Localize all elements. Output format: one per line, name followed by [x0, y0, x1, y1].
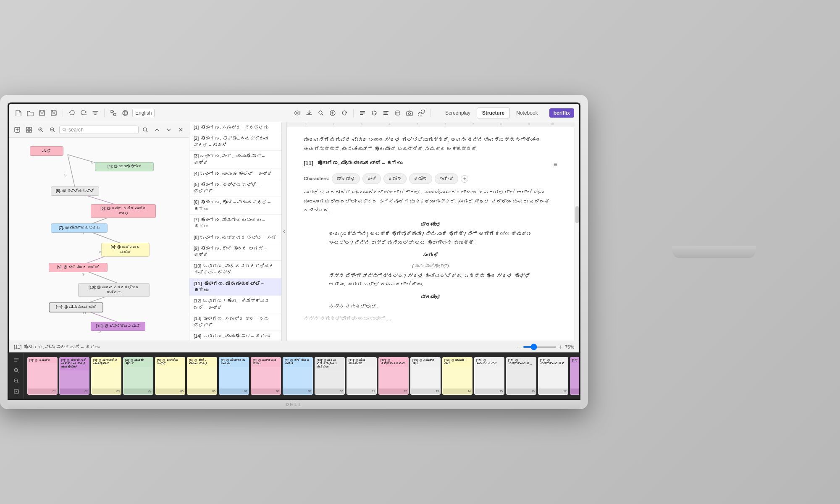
- search-input[interactable]: [68, 127, 136, 133]
- zoom-out-panel-icon[interactable]: [47, 125, 58, 135]
- scene-list-item[interactable]: [8] ಒಳಾಂಗಣ. ಯಜ್ಞವದ ಬೆಟ್ಟ – ಸಂಜೆ: [189, 232, 281, 243]
- scene-menu-icon[interactable]: ≡: [554, 159, 557, 170]
- mindmap-node-top[interactable]: ಮಳೆ: [30, 146, 63, 156]
- zoom-out-btn[interactable]: −: [517, 344, 520, 350]
- film-card[interactable]: [18]: @ ಮ..18: [570, 357, 579, 395]
- search-icon[interactable]: [316, 108, 326, 118]
- scene-list-item[interactable]: [13] ಹೋರಾಂಗಣ. ಸಮುದ್ರ ತೀರ – ನನು ಬೆಳಿಗ್ಗೆ: [189, 313, 281, 331]
- tab-structure[interactable]: Structure: [477, 108, 510, 118]
- plus-circle-icon[interactable]: [328, 108, 337, 118]
- nav-up-icon[interactable]: [152, 125, 162, 135]
- film-card[interactable]: [8]: @ ಯಜ್ಞವದ ಬೆಟ್ಟ08: [251, 357, 281, 395]
- link-icon[interactable]: [417, 108, 426, 118]
- scene-list-item[interactable]: [11] ಹೋರಾಂಗಣ. ಮೀನು ಮಾರುಕಟ್ಟೆ – ಹಗಲು: [189, 278, 281, 296]
- film-card[interactable]: [7]: @ ಮೀನುಗಾರರು ಬಂದರು07: [219, 357, 249, 395]
- scene-list-item[interactable]: [12] ಒಳಾಂಗಣ / ಹೋರಾ... ದಿನೇಶ್ಕ್ವನ ಮನೆ – ರ…: [189, 296, 281, 313]
- zoom-in-btn[interactable]: +: [559, 344, 562, 350]
- scene-list-item[interactable]: [5] ಹೋರಾಂಗಣ. ಹಳ್ಳಿಯ ಬಳ್ಳಿ – ಬೆಳಿಗ್ಗೆ: [189, 179, 281, 197]
- scene-list-item[interactable]: [7] ಹೋರಾಂಗಣ. ಮೀನುಗಾರರು ಬಂದರು – ಹಗಲು: [189, 215, 281, 232]
- film-card[interactable]: [2]: @ ಹೊಕ್ಕೊ ಸರಿ ಯಕ್ಕಿರುವ ಸ್ಥಳ ಯಾವುದೋ ಮ…: [59, 357, 89, 395]
- undo-icon[interactable]: [67, 108, 76, 118]
- tab-screenplay[interactable]: Screenplay: [440, 108, 476, 118]
- filmstrip-zoom-out-icon[interactable]: [12, 378, 21, 385]
- film-card[interactable]: [17]: @ ದಿನೇಶ್ಕ್ವನ ಮನೆ17: [538, 357, 568, 395]
- add-node-icon[interactable]: [12, 125, 22, 135]
- film-card-label: [7]: @ ಮೀನುಗಾರರು ಬಂದರು: [219, 357, 249, 367]
- film-card[interactable]: [14]: @ ಯಾವುದೋ ಮಾಲ್14: [442, 357, 472, 395]
- toolbar-btn-4[interactable]: [393, 108, 402, 118]
- film-card[interactable]: [1]: @ ಸಮುದ್ರ01: [27, 357, 58, 395]
- mindmap-node-7[interactable]: [7]: @ ಮೀನುಗಾರರು ಬಂದರು: [51, 223, 108, 233]
- toolbar-btn-2[interactable]: [370, 108, 379, 118]
- film-card[interactable]: [5]: @ ಹಳ್ಳಿಯ ಬಳ್ಳಿ05: [155, 357, 185, 395]
- redo-icon[interactable]: [79, 108, 88, 118]
- grid-view-icon[interactable]: [24, 125, 34, 135]
- film-card[interactable]: [11]: @ ಮೀನು ಮಾರುಕಟ್ಟೆ11: [346, 357, 377, 395]
- eye-icon[interactable]: [293, 108, 302, 118]
- scene-list-item[interactable]: [4] ಒಳಾಂಗಣ. ಯಾವುದೋ ಹೋಟೆಲ್ – ರಾತ್ರಿ: [189, 168, 281, 179]
- close-panel-icon[interactable]: [176, 125, 186, 135]
- globe-icon[interactable]: [121, 108, 130, 118]
- search-submit-icon[interactable]: [140, 125, 150, 135]
- mindmap-node-8[interactable]: [8]: @ ಯಜ್ಞವದ ಬೆಟ್ಟ: [101, 243, 150, 257]
- add-character-button[interactable]: +: [461, 175, 468, 183]
- filmstrip-zoom-in-icon[interactable]: [12, 367, 21, 374]
- char-tag-5[interactable]: ಸುಗಂಧಿ: [435, 173, 458, 184]
- zoom-in-panel-icon[interactable]: [36, 125, 46, 135]
- scene-list-item[interactable]: [10] ಒಳಾಂಗಣ. ಮಾಧವ ನಗರಗಳಿಯರ ಗುತಿಕಲು – ರಾತ…: [189, 261, 281, 278]
- new-file-icon[interactable]: [14, 108, 23, 118]
- svg-rect-8: [360, 111, 365, 112]
- film-card[interactable]: [13]: @ ಸಮುದ್ರ ತೀರ13: [410, 357, 441, 395]
- char-tag-4[interactable]: ರಮೇಶ: [409, 173, 432, 184]
- film-card[interactable]: [10]: @ ಮಾಧವ ನಗರಗಳಿಯರ ಗುತಿಕಲು10: [315, 357, 345, 395]
- film-card[interactable]: [12]: @ ದಿನೇಶ್ಕ್ವನ ಮನೆ12: [378, 357, 409, 395]
- char-tag-3[interactable]: ರಮೇಶ: [383, 173, 407, 184]
- panel-search-box[interactable]: [59, 126, 139, 134]
- download-icon[interactable]: [304, 108, 314, 118]
- mindmap-node-5[interactable]: [5]: @ ಹಳ್ಳಿಯ ಬಳ್ಳಿ: [51, 186, 99, 196]
- save-as-icon[interactable]: [49, 108, 58, 118]
- refresh-icon[interactable]: [340, 108, 349, 118]
- filmstrip-add-icon[interactable]: [12, 388, 21, 395]
- film-card[interactable]: [3]: @ ಮಂಗಳೂರಿನ ಯಾವುದೋ ಮಾಲ್03: [91, 357, 121, 395]
- svg-rect-22: [29, 130, 32, 132]
- mindmap-area[interactable]: 4 5 6 7 8 9 10 11 12 ಮಳೆ: [9, 138, 189, 341]
- toolbar-btn-1[interactable]: [358, 108, 367, 118]
- mindmap-node-4[interactable]: [4]: @ ಯಾವುದೋ ಹೋಟೆಲ್: [95, 162, 154, 171]
- film-card[interactable]: [16]: @ ದಿನೇಶ್ಕ್ವನ ಮ...16: [506, 357, 536, 395]
- divider-4: [430, 109, 430, 117]
- char-tag-2[interactable]: ದಾದಿ: [362, 173, 381, 184]
- filmstrip-list-icon[interactable]: [12, 356, 21, 363]
- mindmap-node-9[interactable]: [9]: @ ರೇಶಿ ಹೊಂದದ ಅಂಗಡಿ: [49, 263, 108, 272]
- zoom-control[interactable]: − + 75%: [517, 344, 574, 350]
- mindmap-node-10[interactable]: [10]: @ ಮಾಧವ ನಗರಗಳಿಯರ ಗುತಿಕಲು: [78, 283, 150, 297]
- toolbar-btn-3[interactable]: [381, 108, 391, 118]
- mindmap-node-12[interactable]: [12]: @ ದಿನೇಶ್ಕ್ವನ ಮನೆ: [91, 322, 145, 331]
- zoom-slider-input[interactable]: [523, 346, 556, 348]
- language-selector[interactable]: English: [132, 109, 155, 117]
- tab-notebook[interactable]: Notebook: [511, 108, 543, 118]
- camera-icon[interactable]: [405, 108, 414, 118]
- film-card[interactable]: [9]: @ ರೇಶಿ ಹೊಂದದ ಅಂಗಡಿ09: [283, 357, 313, 395]
- scene-list-item[interactable]: [14] ಒಳಾಂಗಣ. ಯಾವುದೋ ಮಾಲ್ – ಹಗಲು: [189, 331, 281, 341]
- film-card[interactable]: [4]: @ ಯಾವುದೋ ಹೋಟೆಲ್04: [123, 357, 153, 395]
- scene-list-item[interactable]: [3] ಒಳಾಂಗಣ. ಮಂಗ.. ಯಾವುದೋ ಮಾಲ್ – ರಾತ್ರಿ: [189, 151, 281, 168]
- transform-icon[interactable]: [109, 108, 118, 118]
- film-card[interactable]: [15]: @ ಸಮುದ್ರದಲ್ಲಿ15: [474, 357, 504, 395]
- char-tag-1[interactable]: ಪ್ರಮೀಳ: [332, 173, 360, 184]
- save-icon[interactable]: [37, 108, 47, 118]
- user-badge[interactable]: beriflix: [549, 108, 574, 118]
- scene-list-item[interactable]: [1] ಹೋರಾಂಗಣ. ಸಮುದ್ರ - ನೆರಬೆಳಗು: [189, 122, 281, 133]
- mindmap-node-6[interactable]: [6]: @ ರಮೇಶ ರವಿಗೆ ಮಾಡಿದ ಸ್ಥಳ: [91, 204, 156, 218]
- mindmap-node-11[interactable]: [11]: @ ಮೀನು ಮಾರುಕಟ್ಟೆ: [49, 302, 103, 312]
- film-card-label: [4]: @ ಯಾವುದೋ ಹೋಟೆಲ್: [123, 357, 153, 367]
- scene-list-item[interactable]: [2] ಹೋರಾಂಗಣ. ಹೊಕ್ಕೋ...ದಯಕ್ಕಿರುವ ಸ್ಥಳ – ರ…: [189, 133, 281, 151]
- scene-list-item[interactable]: [9] ಹೋರಾಂಗಣ. ರೇಶಿ ಹೊಂದದ ಅಂಗಡಿ – ರಾತ್ರಿ: [189, 243, 281, 261]
- collapse-arrow[interactable]: [282, 122, 287, 341]
- film-card[interactable]: [6]: @ ದೋಣಿ – ಮಾರುವ ಸ್ಥಳ06: [187, 357, 217, 395]
- sort-icon[interactable]: [91, 108, 100, 118]
- scroll-thumb[interactable]: [575, 206, 579, 223]
- scene-list-item[interactable]: [6] ಹೋರಾಂಗಣ. ದೋಣಿ – ಮಾರುವ ಸ್ಥಳ – ಹಗಲು: [189, 197, 281, 215]
- open-file-icon[interactable]: [26, 108, 35, 118]
- nav-down-icon[interactable]: [164, 125, 174, 135]
